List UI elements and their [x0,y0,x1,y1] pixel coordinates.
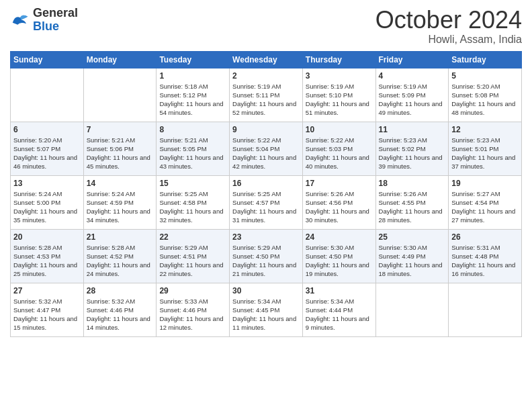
day-number: 25 [379,232,446,242]
calendar-cell: 24Sunrise: 5:30 AMSunset: 4:50 PMDayligh… [302,229,375,283]
day-info: Sunrise: 5:23 AMSunset: 5:01 PMDaylight:… [451,136,519,171]
sunrise-text: Sunrise: 5:27 AM [451,190,500,197]
sunrise-text: Sunrise: 5:18 AM [159,83,208,90]
week-row-4: 20Sunrise: 5:28 AMSunset: 4:53 PMDayligh… [11,229,522,283]
sunrise-text: Sunrise: 5:34 AM [306,298,354,305]
calendar-cell: 22Sunrise: 5:29 AMSunset: 4:51 PMDayligh… [157,229,230,283]
calendar-cell: 25Sunrise: 5:30 AMSunset: 4:49 PMDayligh… [375,229,449,283]
sunset-text: Sunset: 5:07 PM [13,145,60,152]
daylight-text: Daylight: 11 hours and 19 minutes. [306,261,369,277]
sunset-text: Sunset: 4:46 PM [87,306,134,314]
header-row: SundayMondayTuesdayWednesdayThursdayFrid… [11,51,522,68]
day-info: Sunrise: 5:19 AMSunset: 5:09 PMDaylight:… [379,82,446,118]
sunset-text: Sunset: 4:49 PM [379,253,426,260]
calendar-cell: 18Sunrise: 5:26 AMSunset: 4:55 PMDayligh… [375,175,449,229]
sunrise-text: Sunrise: 5:20 AM [451,83,500,90]
sunset-text: Sunset: 4:48 PM [451,253,498,260]
day-info: Sunrise: 5:29 AMSunset: 4:51 PMDaylight:… [159,243,226,279]
daylight-text: Daylight: 11 hours and 54 minutes. [159,100,223,116]
daylight-text: Daylight: 11 hours and 32 minutes. [159,208,223,224]
daylight-text: Daylight: 11 hours and 21 minutes. [232,261,296,277]
day-number: 24 [306,232,373,242]
col-header-thursday: Thursday [302,51,375,68]
day-info: Sunrise: 5:20 AMSunset: 5:07 PMDaylight:… [13,136,81,171]
day-info: Sunrise: 5:18 AMSunset: 5:12 PMDaylight:… [159,82,226,118]
calendar-cell: 28Sunrise: 5:32 AMSunset: 4:46 PMDayligh… [83,283,157,336]
sunset-text: Sunset: 5:05 PM [159,145,206,152]
daylight-text: Daylight: 11 hours and 48 minutes. [451,100,515,116]
sunrise-text: Sunrise: 5:24 AM [87,190,135,197]
col-header-wednesday: Wednesday [230,51,303,68]
day-info: Sunrise: 5:34 AMSunset: 4:45 PMDaylight:… [232,297,300,332]
day-number: 11 [379,125,446,134]
calendar-cell: 8Sunrise: 5:21 AMSunset: 5:05 PMDaylight… [157,122,230,175]
daylight-text: Daylight: 11 hours and 22 minutes. [159,261,223,277]
calendar-cell [449,283,522,336]
sunrise-text: Sunrise: 5:22 AM [306,136,354,144]
day-info: Sunrise: 5:33 AMSunset: 4:46 PMDaylight:… [159,297,226,332]
week-row-5: 27Sunrise: 5:32 AMSunset: 4:47 PMDayligh… [11,283,522,336]
day-number: 7 [87,125,154,134]
daylight-text: Daylight: 11 hours and 52 minutes. [232,100,296,116]
sunset-text: Sunset: 5:06 PM [87,145,134,152]
day-number: 18 [379,179,446,188]
sunset-text: Sunset: 4:45 PM [232,306,279,314]
day-number: 23 [232,232,300,242]
header: General Blue October 2024 Howli, Assam, … [10,7,522,46]
calendar-cell: 7Sunrise: 5:21 AMSunset: 5:06 PMDaylight… [83,122,157,175]
calendar-table: SundayMondayTuesdayWednesdayThursdayFrid… [10,51,522,337]
sunrise-text: Sunrise: 5:31 AM [451,244,500,251]
day-number: 22 [159,232,226,242]
sunset-text: Sunset: 5:04 PM [232,145,279,152]
title-area: October 2024 Howli, Assam, India [375,7,522,46]
day-info: Sunrise: 5:34 AMSunset: 4:44 PMDaylight:… [306,297,373,332]
day-info: Sunrise: 5:22 AMSunset: 5:03 PMDaylight:… [306,136,373,171]
col-header-tuesday: Tuesday [157,51,230,68]
sunset-text: Sunset: 5:11 PM [232,91,279,99]
calendar-cell: 15Sunrise: 5:25 AMSunset: 4:58 PMDayligh… [157,175,230,229]
sunset-text: Sunset: 4:55 PM [379,199,426,206]
sunset-text: Sunset: 4:58 PM [159,199,206,206]
day-number: 29 [159,286,226,295]
sunrise-text: Sunrise: 5:28 AM [87,244,135,251]
sunrise-text: Sunrise: 5:30 AM [379,244,427,251]
calendar-cell: 29Sunrise: 5:33 AMSunset: 4:46 PMDayligh… [157,283,230,336]
day-number: 3 [306,71,373,81]
daylight-text: Daylight: 11 hours and 28 minutes. [379,208,443,224]
calendar-page: General Blue October 2024 Howli, Assam, … [0,0,532,411]
daylight-text: Daylight: 11 hours and 12 minutes. [159,315,223,331]
sunrise-text: Sunrise: 5:24 AM [13,190,62,197]
calendar-cell: 5Sunrise: 5:20 AMSunset: 5:08 PMDaylight… [449,68,522,122]
calendar-cell [375,283,449,336]
day-number: 28 [87,286,154,295]
day-info: Sunrise: 5:19 AMSunset: 5:11 PMDaylight:… [232,82,300,118]
sunset-text: Sunset: 5:12 PM [159,91,206,99]
month-title: October 2024 [375,7,522,34]
week-row-2: 6Sunrise: 5:20 AMSunset: 5:07 PMDaylight… [11,122,522,175]
day-number: 6 [13,125,81,134]
day-info: Sunrise: 5:22 AMSunset: 5:04 PMDaylight:… [232,136,300,171]
daylight-text: Daylight: 11 hours and 30 minutes. [306,208,369,224]
day-number: 31 [306,286,373,295]
day-number: 15 [159,179,226,188]
daylight-text: Daylight: 11 hours and 45 minutes. [87,154,150,170]
day-number: 17 [306,179,373,188]
day-info: Sunrise: 5:32 AMSunset: 4:47 PMDaylight:… [13,297,81,332]
sunset-text: Sunset: 5:09 PM [379,91,426,99]
day-info: Sunrise: 5:30 AMSunset: 4:50 PMDaylight:… [306,243,373,279]
sunrise-text: Sunrise: 5:28 AM [13,244,62,251]
day-number: 30 [232,286,300,295]
sunrise-text: Sunrise: 5:23 AM [379,136,427,144]
sunset-text: Sunset: 4:50 PM [306,253,353,260]
week-row-1: 1Sunrise: 5:18 AMSunset: 5:12 PMDaylight… [11,68,522,122]
day-info: Sunrise: 5:28 AMSunset: 4:52 PMDaylight:… [87,243,154,279]
daylight-text: Daylight: 11 hours and 25 minutes. [13,261,77,277]
col-header-saturday: Saturday [449,51,522,68]
sunset-text: Sunset: 5:10 PM [306,91,353,99]
day-number: 1 [159,71,226,81]
location: Howli, Assam, India [375,34,522,46]
daylight-text: Daylight: 11 hours and 46 minutes. [13,154,77,170]
sunrise-text: Sunrise: 5:29 AM [232,244,281,251]
sunrise-text: Sunrise: 5:26 AM [379,190,427,197]
calendar-cell: 26Sunrise: 5:31 AMSunset: 4:48 PMDayligh… [449,229,522,283]
